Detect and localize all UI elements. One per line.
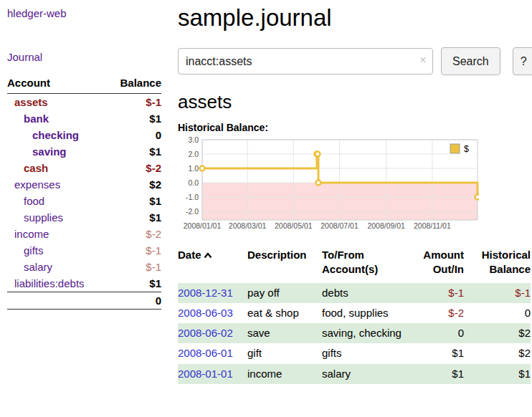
app-title-link[interactable]: hledger-web	[7, 7, 161, 19]
svg-text:1.0: 1.0	[188, 164, 199, 173]
sidebar: hledger-web Journal Account Balance asse…	[0, 0, 167, 417]
register-header-account: To/From Account(s)	[322, 246, 407, 283]
register-header-row: Date Description To/From Account(s) Amou…	[178, 246, 531, 283]
account-row: supplies$1	[7, 209, 161, 226]
svg-text:3.0: 3.0	[188, 136, 199, 144]
chart-container: 3.02.01.00.0-1.0-2.02008/01/012008/03/01…	[178, 136, 532, 231]
account-link[interactable]: liabilities:debts	[14, 277, 85, 289]
search-input[interactable]	[178, 48, 433, 75]
transaction-date-link[interactable]: 2008-06-01	[178, 347, 233, 359]
accounts-total-row: 0	[7, 292, 161, 310]
account-row: gifts$-1	[7, 242, 161, 259]
search-button[interactable]: Search	[441, 47, 500, 75]
transaction-balance: $-1	[464, 283, 531, 303]
account-row: expenses$2	[7, 176, 161, 193]
account-balance: $1	[108, 193, 161, 209]
svg-text:-1.0: -1.0	[186, 193, 199, 201]
transaction-description: gift	[247, 343, 322, 363]
svg-text:2008/03/01: 2008/03/01	[229, 221, 267, 230]
transaction-description: save	[247, 323, 322, 343]
register-row: 2008-06-01giftgifts$1$2	[178, 343, 531, 363]
account-balance: $-2	[108, 226, 161, 242]
account-heading: assets	[178, 91, 532, 113]
account-row: bank$1	[7, 110, 161, 127]
account-row: liabilities:debts$1	[7, 275, 161, 292]
register-row: 2008-12-31pay offdebts$-1$-1	[178, 283, 531, 303]
register-header-balance: Historical Balance	[464, 246, 531, 283]
transaction-date-link[interactable]: 2008-06-03	[178, 307, 233, 319]
account-link[interactable]: salary	[24, 261, 52, 273]
account-link[interactable]: supplies	[24, 211, 63, 224]
accounts-table: Account Balance assets$-1bank$1checking0…	[7, 75, 161, 310]
svg-text:-2.0: -2.0	[186, 207, 199, 216]
register-row: 2008-01-01incomesalary$1$1	[178, 364, 531, 384]
page-title: sample.journal	[178, 4, 532, 32]
date-header-label: Date	[178, 249, 201, 261]
account-link[interactable]: food	[24, 195, 44, 207]
transaction-balance: 0	[464, 303, 531, 323]
account-balance: $-1	[108, 94, 161, 111]
account-row: income$-2	[7, 226, 161, 242]
account-link[interactable]: gifts	[24, 244, 44, 257]
account-balance: $-2	[108, 160, 161, 176]
transaction-amount: $-1	[407, 283, 464, 303]
transaction-balance: $2	[464, 323, 531, 343]
account-balance: 0	[108, 127, 161, 143]
account-link[interactable]: expenses	[14, 178, 60, 191]
account-link[interactable]: saving	[32, 145, 67, 158]
transaction-date-link[interactable]: 2008-12-31	[178, 287, 233, 299]
account-row: saving$1	[7, 143, 161, 160]
transaction-accounts: salary	[322, 364, 407, 384]
transaction-balance: $2	[464, 343, 531, 363]
account-row: checking0	[7, 127, 161, 143]
transaction-accounts: gifts	[322, 343, 407, 363]
account-link[interactable]: bank	[24, 112, 49, 125]
svg-text:2008/05/01: 2008/05/01	[275, 221, 313, 230]
register-header-date[interactable]: Date	[178, 246, 247, 283]
help-button[interactable]: ?	[513, 47, 532, 75]
historical-balance-chart: 3.02.01.00.0-1.0-2.02008/01/012008/03/01…	[178, 136, 479, 231]
register-table: Date Description To/From Account(s) Amou…	[178, 246, 531, 384]
register-header-description: Description	[247, 246, 322, 283]
svg-text:0.0: 0.0	[188, 178, 199, 187]
transaction-accounts: saving, checking	[322, 323, 407, 343]
account-row: assets$-1	[7, 94, 161, 111]
register-row: 2008-06-03eat & shopfood, supplies$-20	[178, 303, 531, 323]
clear-search-icon[interactable]: ×	[419, 54, 427, 66]
account-balance: $1	[108, 209, 161, 226]
accounts-total-value: 0	[108, 292, 161, 310]
nav-journal-link[interactable]: Journal	[7, 51, 161, 63]
account-balance: $1	[108, 110, 161, 127]
transaction-description: pay off	[247, 283, 322, 303]
transaction-amount: $-2	[407, 303, 464, 323]
account-balance: $1	[108, 275, 161, 292]
transaction-description: income	[247, 364, 322, 384]
account-balance: $-1	[108, 259, 161, 275]
transaction-date-link[interactable]: 2008-06-02	[178, 327, 233, 339]
main-content: sample.journal × Search ? assets Histori…	[167, 0, 532, 417]
account-row: food$1	[7, 193, 161, 209]
account-link[interactable]: cash	[24, 162, 48, 174]
svg-text:2008/07/01: 2008/07/01	[320, 221, 358, 230]
transaction-description: eat & shop	[247, 303, 322, 323]
accounts-header-account: Account	[7, 75, 108, 94]
search-box: ×	[178, 48, 433, 75]
account-balance: $1	[108, 143, 161, 160]
search-bar: × Search ?	[178, 47, 532, 75]
transaction-date-link[interactable]: 2008-01-01	[178, 368, 233, 380]
svg-text:2008/01/01: 2008/01/01	[184, 221, 222, 230]
transaction-amount: 0	[407, 323, 464, 343]
account-balance: $-1	[108, 242, 161, 259]
account-link[interactable]: income	[14, 228, 49, 240]
sort-ascending-icon	[204, 248, 212, 262]
transaction-amount: $1	[407, 343, 464, 363]
transaction-amount: $1	[407, 364, 464, 384]
accounts-header-balance: Balance	[108, 75, 161, 94]
account-link[interactable]: checking	[32, 129, 79, 141]
accounts-total-spacer	[7, 292, 108, 310]
svg-text:2008/11/01: 2008/11/01	[414, 221, 451, 230]
account-row: cash$-2	[7, 160, 161, 176]
account-link[interactable]: assets	[14, 96, 48, 108]
register-header-amount: Amount Out/In	[407, 246, 464, 283]
account-balance: $2	[108, 176, 161, 193]
